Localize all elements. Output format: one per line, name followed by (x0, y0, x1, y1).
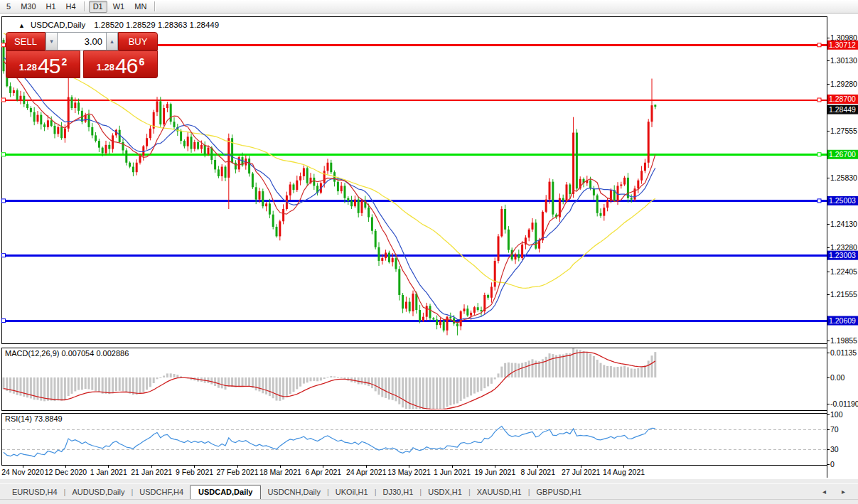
candle-body (173, 122, 176, 127)
tab-usdchf-h4[interactable]: USDCHF,H4 (133, 486, 190, 499)
timeframe-h1[interactable]: H1 (42, 1, 60, 13)
timeframe-m30[interactable]: M30 (16, 1, 40, 13)
candle-body (9, 86, 11, 93)
candle-body (306, 168, 309, 183)
rsi-pane-frame (1, 413, 827, 465)
svg-text:30: 30 (830, 445, 839, 454)
timeframe-d1[interactable]: D1 (89, 1, 107, 13)
chart-tab-bar: EURUSD,H4|AUDUSD,Daily|USDCHF,H4USDCAD,D… (0, 483, 858, 499)
svg-text:18 Mar 2021: 18 Mar 2021 (259, 468, 301, 476)
line-anchor-right[interactable] (817, 98, 821, 102)
chart-canvas[interactable]: 1.309801.301301.292801.275551.258301.241… (0, 14, 858, 479)
candle-body (422, 317, 424, 321)
hline-1.20609[interactable] (1, 320, 827, 322)
hline-1.25003[interactable] (1, 200, 827, 202)
rsi-label: RSI(14) 73.8849 (5, 414, 63, 423)
tab-eurusd-h4[interactable]: EURUSD,H4 (6, 486, 64, 499)
tab-ukoil-h1[interactable]: UKOil,H1 (329, 486, 375, 499)
svg-text:1.25830: 1.25830 (830, 173, 857, 182)
line-anchor-left[interactable] (2, 199, 6, 203)
buy-button[interactable]: BUY (118, 32, 158, 50)
candle-body (204, 145, 206, 154)
trade-panel-price-row: 1.28 45 2 1.28 46 6 (6, 50, 158, 78)
candle-body (470, 313, 472, 316)
svg-text:21 Jan 2021: 21 Jan 2021 (131, 468, 172, 476)
candle-body (299, 176, 301, 181)
candle-body (477, 307, 479, 310)
candle-body (136, 163, 138, 172)
line-anchor-right[interactable] (817, 153, 821, 156)
volume-increase-button[interactable]: ▴ (106, 32, 118, 50)
candle-body (371, 218, 373, 231)
hline-1.267[interactable] (1, 154, 827, 156)
candle-body (23, 96, 25, 104)
volume-input[interactable]: 3.00 (58, 32, 106, 50)
candle-body (412, 294, 414, 311)
candle-body (330, 163, 332, 172)
candle-body (528, 230, 530, 238)
candle-body (361, 201, 363, 213)
svg-text:9 Feb 2021: 9 Feb 2021 (176, 468, 213, 476)
candle-body (180, 132, 182, 141)
candle-body (13, 90, 15, 93)
candle-body (91, 127, 93, 136)
svg-text:1.24130: 1.24130 (830, 220, 857, 228)
svg-text:1.19855: 1.19855 (830, 336, 857, 345)
tab-xauusd-h1[interactable]: XAUUSD,H1 (471, 486, 528, 499)
candle-body (108, 145, 110, 149)
candle-body (545, 200, 547, 212)
sell-price-display[interactable]: 1.28 45 2 (6, 50, 80, 78)
line-anchor-left[interactable] (2, 98, 6, 102)
tab-usdcad-daily[interactable]: USDCAD,Daily (190, 485, 261, 499)
macd-label: MACD(12,26,9) 0.007054 0.002886 (5, 349, 129, 358)
candle-body (449, 317, 451, 318)
candle-body (132, 167, 134, 173)
tab-usdx-h1[interactable]: USDX,H1 (422, 486, 468, 499)
timeframe-5[interactable]: 5 (2, 1, 15, 13)
candle-body (402, 295, 404, 309)
tab-usdcnh-daily[interactable]: USDCNH,Daily (261, 486, 327, 499)
candle-body (654, 104, 656, 107)
svg-text:1.26700: 1.26700 (829, 150, 856, 159)
candle-body (289, 184, 291, 195)
line-anchor-left[interactable] (2, 254, 6, 257)
candle-body (518, 254, 520, 258)
line-anchor-right[interactable] (817, 199, 821, 203)
timeframe-w1[interactable]: W1 (109, 1, 129, 13)
candle-body (498, 236, 500, 261)
line-anchor-right[interactable] (817, 43, 821, 47)
candle-body (593, 188, 595, 195)
tab-scroll-right-icon[interactable]: ▸ (842, 488, 845, 495)
candle-body (606, 201, 608, 208)
tab-gbpusd-h1[interactable]: GBPUSD,H1 (530, 486, 589, 499)
sell-button[interactable]: SELL (6, 32, 45, 50)
tab-scroll-left-icon[interactable]: ◂ (822, 488, 826, 495)
candle-body (515, 254, 517, 259)
line-anchor-left[interactable] (2, 43, 6, 47)
hline-1.287[interactable] (1, 100, 827, 101)
candle-body (37, 115, 39, 122)
candle-body (549, 182, 551, 200)
timeframe-mn[interactable]: MN (130, 1, 151, 13)
volume-decrease-button[interactable]: ▾ (45, 32, 58, 50)
svg-text:1.22405: 1.22405 (830, 267, 857, 276)
candle-body (562, 198, 564, 201)
candle-body (409, 302, 411, 311)
buy-price-display[interactable]: 1.28 46 6 (83, 50, 158, 78)
timeframe-h4[interactable]: H4 (62, 1, 80, 13)
tab-dj30-h1[interactable]: DJ30,H1 (377, 486, 420, 499)
svg-text:1.25003: 1.25003 (829, 196, 856, 205)
candle-body (337, 182, 339, 191)
tab-audusd-daily[interactable]: AUDUSD,Daily (65, 486, 131, 499)
svg-text:24 Nov 2020: 24 Nov 2020 (1, 468, 44, 476)
line-anchor-left[interactable] (2, 319, 6, 323)
candle-body (405, 302, 407, 309)
candle-body (603, 208, 605, 216)
svg-text:12 Dec 2020: 12 Dec 2020 (45, 468, 87, 476)
line-anchor-left[interactable] (2, 153, 6, 156)
candle-body (269, 203, 271, 214)
candle-body (252, 173, 254, 187)
chevron-down-icon: ▾ (50, 38, 53, 45)
hline-1.23003[interactable] (1, 254, 827, 257)
candle-body (57, 127, 59, 134)
